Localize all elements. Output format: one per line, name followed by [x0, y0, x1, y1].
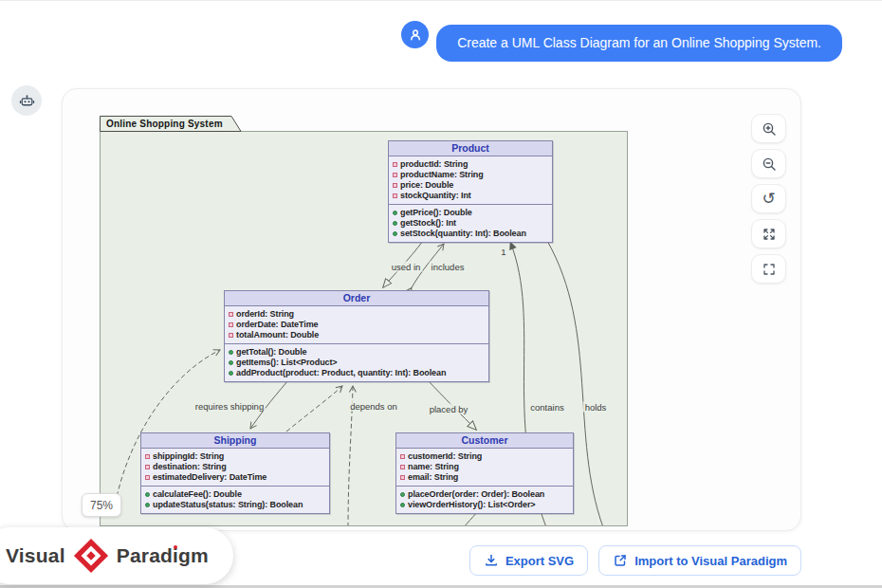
fullscreen-button[interactable] — [751, 254, 786, 284]
method-marker-icon — [400, 503, 405, 507]
expand-button[interactable] — [751, 219, 786, 248]
chat-row: Create a UML Class Diagram for an Online… — [401, 21, 842, 62]
uml-attribute: productId: String — [393, 159, 549, 170]
uml-class-title: Order — [225, 291, 488, 306]
uml-method: getItems(): List<Product> — [229, 358, 486, 368]
expand-icon — [762, 227, 777, 242]
external-link-icon — [613, 553, 628, 568]
edge-depends-on — [286, 386, 342, 432]
attribute-marker-icon — [400, 475, 405, 480]
uml-method: setStock(quantity: Int): Boolean — [393, 229, 549, 239]
method-marker-icon — [393, 211, 397, 215]
uml-attribute: price: Double — [393, 180, 549, 191]
method-marker-icon — [145, 492, 150, 497]
edge-label-includes: includes — [430, 262, 467, 272]
attribute-marker-icon — [229, 322, 233, 327]
uml-method: calculateFee(): Double — [145, 489, 326, 500]
logo-text-paradigm: Paradigm — [117, 544, 209, 567]
uml-attribute: shippingId: String — [145, 451, 326, 462]
robot-icon — [19, 93, 35, 109]
zoom-level-badge: 75% — [82, 493, 121, 517]
attribute-marker-icon — [400, 465, 405, 469]
uml-attribute: email: String — [400, 472, 570, 483]
method-marker-icon — [393, 221, 397, 226]
uml-class-title: Shipping — [141, 433, 329, 449]
uml-class-title: Product — [389, 141, 552, 156]
edge-label-holds: holds — [583, 402, 609, 413]
uml-method: getPrice(): Double — [393, 208, 549, 218]
method-marker-icon — [145, 503, 150, 507]
attribute-marker-icon — [145, 475, 150, 480]
export-svg-label: Export SVG — [505, 554, 574, 568]
canvas-toolbar: ↺ — [751, 114, 786, 284]
edge-customer-bottom — [464, 512, 477, 526]
import-label: Import to Visual Paradigm — [634, 554, 787, 568]
uml-class-title: Customer — [396, 433, 573, 449]
uml-attribute: orderId: String — [229, 309, 486, 320]
visual-paradigm-diamond-icon — [73, 538, 109, 574]
method-marker-icon — [400, 492, 405, 497]
user-avatar — [401, 21, 429, 48]
uml-attribute: name: String — [400, 462, 570, 472]
download-icon — [484, 553, 499, 568]
uml-attribute: customerId: String — [400, 451, 570, 462]
attribute-marker-icon — [393, 193, 397, 198]
uml-method: viewOrderHistory(): List<Order> — [400, 500, 570, 510]
uml-attribute: destination: String — [145, 462, 326, 472]
user-icon — [408, 28, 423, 43]
user-message-bubble: Create a UML Class Diagram for an Online… — [436, 25, 842, 62]
attribute-marker-icon — [393, 162, 397, 167]
diagram-canvas[interactable]: ProductproductId: StringproductName: Str… — [100, 131, 628, 526]
import-to-visual-paradigm-button[interactable]: Import to Visual Paradigm — [598, 545, 801, 576]
zoom-out-icon — [762, 156, 777, 172]
edge-label-contains: contains — [528, 402, 565, 413]
attribute-marker-icon — [393, 173, 397, 177]
edge-label-requires-shipping: requires shipping — [193, 401, 266, 412]
edge-label-depends-on: depends on — [348, 401, 399, 412]
attribute-marker-icon — [400, 454, 405, 459]
uml-method: updateStatus(status: String): Boolean — [145, 500, 326, 510]
edge-label-used-in: used in — [390, 262, 423, 272]
edge-label-placed-by: placed by — [428, 404, 470, 414]
uml-method: getTotal(): Double — [229, 347, 486, 358]
assistant-avatar — [11, 85, 42, 116]
attribute-marker-icon — [145, 454, 150, 459]
attribute-marker-icon — [145, 465, 150, 469]
uml-attribute: stockQuantity: Int — [393, 191, 549, 201]
uml-class-product[interactable]: ProductproductId: StringproductName: Str… — [388, 140, 553, 243]
attribute-marker-icon — [393, 183, 397, 188]
uml-class-customer[interactable]: CustomercustomerId: Stringname: Stringem… — [395, 432, 574, 514]
uml-attribute: estimatedDelivery: DateTime — [145, 472, 326, 483]
uml-attribute: productName: String — [393, 170, 549, 180]
visual-paradigm-logo: Visual Paradigm — [0, 527, 233, 584]
frame-title: Online Shopping System — [106, 119, 223, 129]
method-marker-icon — [393, 231, 397, 236]
edge-label-1: 1 — [499, 247, 507, 257]
reset-view-button[interactable]: ↺ — [751, 184, 786, 213]
footer-buttons: Export SVG Import to Visual Paradigm — [469, 545, 801, 576]
method-marker-icon — [229, 350, 233, 355]
logo-text-visual: Visual — [6, 544, 65, 567]
export-svg-button[interactable]: Export SVG — [469, 545, 588, 576]
uml-attribute: totalAmount: Double — [229, 330, 486, 340]
uml-method: getStock(): Int — [393, 218, 549, 229]
zoom-out-button[interactable] — [751, 149, 786, 178]
reset-icon: ↺ — [762, 191, 775, 207]
uml-method: placeOrder(order: Order): Boolean — [400, 489, 570, 500]
zoom-in-button[interactable] — [751, 114, 786, 143]
zoom-in-icon — [762, 121, 777, 137]
fullscreen-icon — [762, 262, 777, 277]
frame-title-tab: Online Shopping System — [100, 116, 242, 132]
attribute-marker-icon — [229, 333, 233, 338]
uml-attribute: orderDate: DateTime — [229, 320, 486, 330]
attribute-marker-icon — [229, 312, 233, 317]
uml-class-order[interactable]: OrderorderId: StringorderDate: DateTimet… — [224, 290, 489, 382]
uml-method: addProduct(product: Product, quantity: I… — [229, 368, 486, 378]
uml-class-shipping[interactable]: ShippingshippingId: Stringdestination: S… — [140, 432, 330, 514]
method-marker-icon — [229, 371, 233, 376]
method-marker-icon — [229, 360, 233, 365]
